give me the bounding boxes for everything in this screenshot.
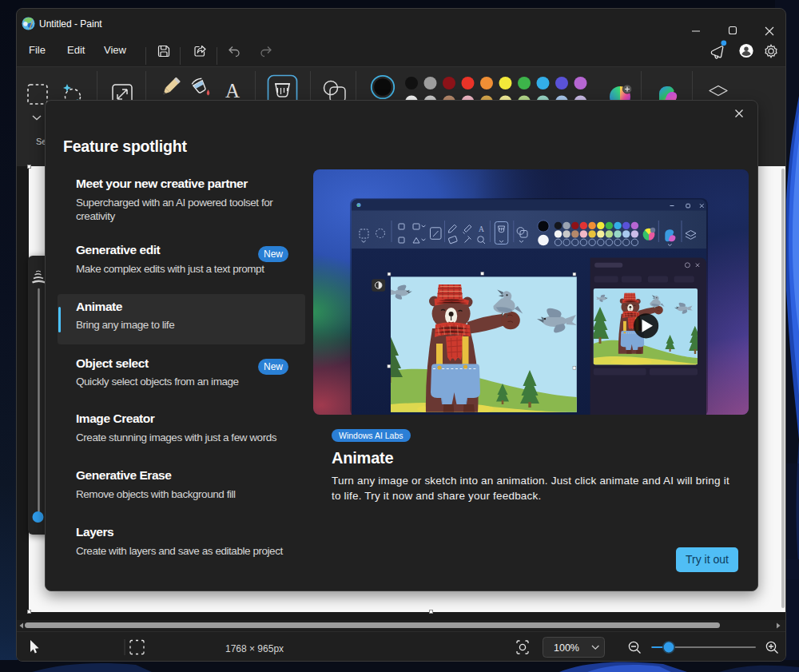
svg-text:A: A [479, 225, 484, 233]
svg-text:A: A [225, 80, 240, 101]
svg-text:100%: 100% [554, 642, 579, 654]
